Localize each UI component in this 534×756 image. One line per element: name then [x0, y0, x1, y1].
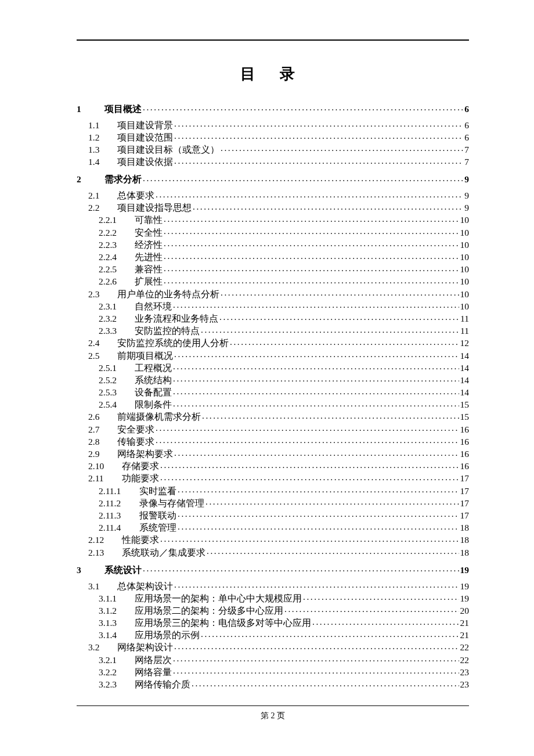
- toc-entry-title: 功能要求: [122, 474, 159, 483]
- toc-entry-page: 7: [464, 157, 469, 167]
- toc-entry[interactable]: 3.1.2应用场景二的架构：分级多中心应用20: [99, 604, 469, 615]
- toc-entry[interactable]: 2.2项目建设指导思想9: [88, 202, 469, 213]
- toc-entry[interactable]: 2.5.4限制条件15: [99, 399, 469, 409]
- toc-entry[interactable]: 3.2网络架构设计22: [88, 642, 469, 652]
- toc-entry-number: 2.2.5: [99, 265, 135, 274]
- toc-entry-title: 网络架构要求: [117, 449, 173, 459]
- toc-entry[interactable]: 1.1项目建设背景6: [88, 119, 469, 129]
- toc-entry-title: 限制条件: [135, 400, 172, 409]
- toc-dot-leader: [173, 387, 459, 396]
- toc-entry[interactable]: 2.2.1可靠性10: [99, 214, 469, 225]
- toc-entry[interactable]: 2.3.1自然环境10: [99, 300, 469, 311]
- toc-entry[interactable]: 2.10存储要求16: [88, 460, 469, 471]
- toc-entry-number: 2.3: [88, 290, 117, 299]
- toc-entry[interactable]: 2.2.4先进性10: [99, 251, 469, 262]
- toc-entry[interactable]: 1.3项目建设目标（或意义）7: [88, 143, 469, 154]
- toc-entry[interactable]: 2.11.1实时监看17: [99, 485, 469, 495]
- toc-entry-title: 安全性: [135, 228, 163, 237]
- toc-entry[interactable]: 1.2项目建设范围6: [88, 131, 469, 142]
- toc-entry[interactable]: 2.11.3报警联动17: [99, 509, 469, 520]
- toc-entry-number: 2.3.1: [99, 302, 135, 311]
- toc-entry[interactable]: 2.11.2录像与存储管理17: [99, 497, 469, 507]
- toc-entry-number: 2.3.3: [99, 326, 135, 336]
- toc-entry[interactable]: 2.5.2系统结构14: [99, 374, 469, 384]
- footer-prefix: 第: [261, 711, 271, 720]
- toc-entry-title: 系统设计: [104, 566, 142, 575]
- toc-entry[interactable]: 2.13系统联动／集成要求18: [88, 546, 469, 557]
- toc-entry[interactable]: 2.8传输要求16: [88, 435, 469, 446]
- toc-entry-number: 2.13: [88, 548, 122, 557]
- toc-entry-number: 1.3: [88, 145, 117, 154]
- toc-entry-number: 2.2.1: [99, 215, 135, 225]
- toc-entry[interactable]: 2需求分析9: [77, 174, 469, 184]
- toc-entry[interactable]: 1项目概述6: [77, 103, 469, 113]
- toc-entry[interactable]: 2.6前端摄像机需求分析15: [88, 411, 469, 422]
- toc-entry-title: 系统结构: [135, 376, 172, 385]
- toc-dot-leader: [205, 497, 459, 506]
- toc-entry-page: 9: [464, 175, 469, 184]
- toc-entry-page: 10: [460, 302, 470, 311]
- toc-entry[interactable]: 3.1.4应用场景的示例21: [99, 629, 469, 640]
- toc-entry-page: 10: [460, 277, 470, 286]
- toc-entry[interactable]: 2.9网络架构要求16: [88, 448, 469, 459]
- toc-entry[interactable]: 2.1总体要求9: [88, 190, 469, 200]
- toc-entry[interactable]: 2.11功能要求17: [88, 473, 469, 483]
- toc-entry[interactable]: 3.1.1应用场景一的架构：单中心中大规模应用19: [99, 592, 469, 603]
- toc-dot-leader: [156, 190, 463, 199]
- toc-entry[interactable]: 2.2.6扩展性10: [99, 276, 469, 286]
- toc-entry[interactable]: 2.3用户单位的业务特点分析10: [88, 288, 469, 298]
- toc-entry[interactable]: 3.2.1网络层次22: [99, 654, 469, 664]
- toc-entry-page: 22: [460, 643, 470, 652]
- toc-entry[interactable]: 2.3.3安防监控的特点11: [99, 325, 469, 336]
- toc-entry[interactable]: 2.5前期项目概况14: [88, 350, 469, 360]
- toc-dot-leader: [178, 509, 459, 519]
- toc-dot-leader: [178, 522, 459, 531]
- toc-entry-page: 17: [460, 474, 470, 483]
- toc-entry[interactable]: 2.2.2安全性10: [99, 226, 469, 237]
- toc-entry-page: 19: [460, 582, 470, 591]
- toc-entry[interactable]: 1.4项目建设依据7: [88, 156, 469, 167]
- toc-entry-number: 2.5.1: [99, 363, 135, 373]
- toc-entry-page: 23: [460, 680, 470, 689]
- toc-entry-number: 1.1: [88, 121, 117, 130]
- toc-dot-leader: [174, 131, 463, 141]
- toc-entry[interactable]: 3.1总体架构设计19: [88, 580, 469, 591]
- toc-dot-leader: [174, 119, 463, 128]
- toc-dot-leader: [156, 423, 459, 433]
- toc-dot-leader: [221, 288, 459, 297]
- toc-entry-number: 3: [77, 566, 104, 575]
- toc-entry[interactable]: 2.7安全要求16: [88, 423, 469, 434]
- toc-entry-number: 2.8: [88, 437, 117, 447]
- toc-entry[interactable]: 2.3.2业务流程和业务特点11: [99, 312, 469, 323]
- toc-entry-page: 16: [460, 425, 470, 434]
- toc-title: 目 录: [77, 64, 469, 84]
- toc-entry[interactable]: 2.11.4系统管理18: [99, 522, 469, 532]
- toc-dot-leader: [173, 654, 459, 663]
- toc-entry[interactable]: 2.12性能要求18: [88, 534, 469, 545]
- toc-entry[interactable]: 2.5.1工程概况14: [99, 362, 469, 372]
- toc-entry[interactable]: 2.2.5兼容性10: [99, 264, 469, 274]
- toc-entry-number: 2.5.4: [99, 400, 135, 409]
- toc-entry-page: 10: [460, 240, 470, 250]
- toc-entry-page: 20: [460, 606, 470, 615]
- toc-entry[interactable]: 3.2.3网络传输介质23: [99, 679, 469, 689]
- toc-dot-leader: [192, 679, 459, 688]
- toc-entry[interactable]: 3.2.2网络容量23: [99, 666, 469, 676]
- toc-entry[interactable]: 3.1.3应用场景三的架构：电信级多对等中心应用21: [99, 617, 469, 628]
- toc-entry[interactable]: 2.2.3经济性10: [99, 239, 469, 249]
- toc-dot-leader: [164, 264, 459, 273]
- toc-entry-page: 11: [460, 314, 469, 323]
- toc-dot-leader: [201, 629, 459, 639]
- toc-entry[interactable]: 3系统设计19: [77, 564, 469, 574]
- toc-entry-page: 12: [460, 339, 470, 348]
- toc-entry[interactable]: 2.4安防监控系统的使用人分析12: [88, 337, 469, 348]
- toc-entry-page: 7: [464, 145, 469, 154]
- toc-entry-number: 2.2.2: [99, 228, 135, 237]
- toc-entry-page: 15: [460, 400, 470, 409]
- toc-entry-title: 实时监看: [139, 487, 176, 496]
- toc-entry-title: 录像与存储管理: [139, 499, 204, 508]
- toc-entry[interactable]: 2.5.3设备配置14: [99, 387, 469, 397]
- toc-entry-title: 应用场景二的架构：分级多中心应用: [135, 606, 283, 615]
- toc-entry-number: 2.5.2: [99, 376, 135, 385]
- toc-entry-number: 2.12: [88, 535, 122, 545]
